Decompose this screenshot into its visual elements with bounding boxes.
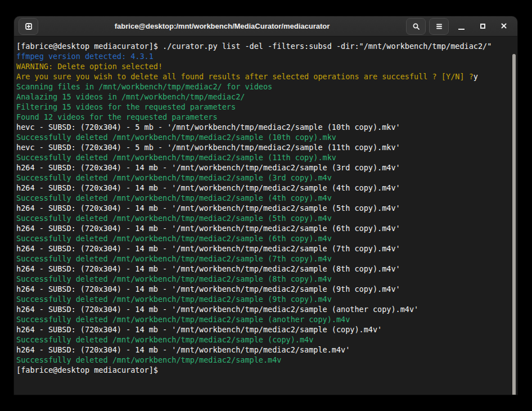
terminal-line: h264 - SUBSD: (720x304) - 14 mb - '/mnt/… — [16, 223, 507, 233]
terminal-line: Successfully deleted /mnt/workbench/tmp/… — [16, 335, 507, 345]
terminal-line: ffmpeg version detected: 4.3.1 — [16, 51, 507, 61]
terminal-text-segment: Filtering 15 videos for the requested pa… — [16, 102, 236, 111]
terminal-text-segment: Successfully deleted /mnt/workbench/tmp/… — [16, 193, 332, 202]
terminal-text-segment: h264 - SUBSD: (720x304) - 14 mb - '/mnt/… — [16, 264, 400, 273]
terminal-line: h264 - SUBSD: (720x304) - 14 mb - '/mnt/… — [16, 345, 507, 355]
hamburger-menu-icon — [435, 23, 443, 30]
terminal-text-segment: Scanning files in /mnt/workbench/tmp/med… — [16, 82, 272, 91]
terminal-line: Successfully deleted /mnt/workbench/tmp/… — [16, 355, 507, 365]
terminal-output[interactable]: [fabrice@desktop mediacurator]$ ./curato… — [14, 37, 517, 395]
terminal-line: Filtering 15 videos for the requested pa… — [16, 102, 507, 112]
search-button[interactable] — [406, 18, 426, 35]
maximize-button[interactable] — [474, 18, 492, 35]
terminal-line: Successfully deleted /mnt/workbench/tmp/… — [16, 233, 507, 243]
new-tab-button[interactable] — [19, 18, 38, 35]
search-icon — [412, 22, 421, 31]
terminal-line: h264 - SUBSD: (720x304) - 14 mb - '/mnt/… — [16, 243, 507, 254]
terminal-line: hevc - SUBSD: (720x304) - 5 mb - '/mnt/w… — [16, 122, 507, 132]
terminal-line: WARNING: Delete option selected! — [16, 61, 507, 71]
terminal-text-segment: Analazing 15 videos in /mnt/workbench/tm… — [16, 92, 245, 101]
terminal-line: Successfully deleted /mnt/workbench/tmp/… — [16, 314, 507, 324]
terminal-text-segment: Successfully deleted /mnt/workbench/tmp/… — [16, 274, 332, 283]
scrollbar-thumb[interactable] — [512, 54, 516, 395]
terminal-text-segment: Successfully deleted /mnt/workbench/tmp/… — [16, 295, 332, 304]
close-icon — [501, 21, 507, 31]
terminal-line: Successfully deleted /mnt/workbench/tmp/… — [16, 173, 507, 183]
terminal-text-segment: ffmpeg version detected: 4.3.1 — [16, 52, 154, 61]
terminal-text-segment: Successfully deleted /mnt/workbench/tmp/… — [16, 153, 336, 162]
terminal-text-segment: h264 - SUBSD: (720x304) - 14 mb - '/mnt/… — [16, 224, 400, 233]
terminal-text-segment: h264 - SUBSD: (720x304) - 14 mb - '/mnt/… — [16, 244, 400, 253]
terminal-text-segment: [fabrice@desktop mediacurator]$ ./curato… — [16, 42, 492, 51]
minimize-button[interactable] — [452, 18, 470, 35]
terminal-text-segment: h264 - SUBSD: (720x304) - 14 mb - '/mnt/… — [16, 163, 400, 172]
titlebar: fabrice@desktop:/mnt/workbench/MediaCura… — [14, 16, 517, 37]
terminal-text-segment: h264 - SUBSD: (720x304) - 14 mb - '/mnt/… — [16, 183, 400, 192]
terminal-line: Scanning files in /mnt/workbench/tmp/med… — [16, 82, 507, 92]
terminal-text-segment: Successfully deleted /mnt/workbench/tmp/… — [16, 173, 332, 182]
terminal-line: Found 12 videos for the requested parame… — [16, 112, 507, 122]
terminal-line: Successfully deleted /mnt/workbench/tmp/… — [16, 254, 507, 264]
terminal-text-segment: Successfully deleted /mnt/workbench/tmp/… — [16, 234, 332, 243]
terminal-line: h264 - SUBSD: (720x304) - 14 mb - '/mnt/… — [16, 284, 507, 294]
terminal-line: h264 - SUBSD: (720x304) - 14 mb - '/mnt/… — [16, 183, 507, 193]
terminal-text-segment: Successfully deleted /mnt/workbench/tmp/… — [16, 355, 281, 364]
terminal-text-segment: hevc - SUBSD: (720x304) - 5 mb - '/mnt/w… — [16, 123, 400, 132]
terminal-text-segment: Successfully deleted /mnt/workbench/tmp/… — [16, 335, 313, 344]
terminal-text-segment: h264 - SUBSD: (720x304) - 14 mb - '/mnt/… — [16, 305, 418, 314]
scrollbar-track — [511, 37, 517, 395]
maximize-icon — [480, 24, 485, 29]
terminal-text-segment: y — [474, 72, 478, 81]
minimize-icon — [458, 29, 465, 30]
terminal-line: Successfully deleted /mnt/workbench/tmp/… — [16, 132, 507, 142]
menu-button[interactable] — [429, 18, 449, 35]
terminal-line: Are you sure you wish to delete all foun… — [16, 71, 507, 82]
terminal-line: h264 - SUBSD: (720x304) - 14 mb - '/mnt/… — [16, 324, 507, 335]
terminal-line: h264 - SUBSD: (720x304) - 14 mb - '/mnt/… — [16, 304, 507, 314]
terminal-text-segment: h264 - SUBSD: (720x304) - 14 mb - '/mnt/… — [16, 284, 400, 293]
terminal-window: fabrice@desktop:/mnt/workbench/MediaCura… — [14, 16, 517, 395]
terminal-text-segment: h264 - SUBSD: (720x304) - 14 mb - '/mnt/… — [16, 204, 400, 213]
terminal-line: Successfully deleted /mnt/workbench/tmp/… — [16, 193, 507, 203]
terminal-line: Successfully deleted /mnt/workbench/tmp/… — [16, 294, 507, 304]
terminal-line: Analazing 15 videos in /mnt/workbench/tm… — [16, 92, 507, 102]
terminal-text-segment: Successfully deleted /mnt/workbench/tmp/… — [16, 254, 332, 263]
terminal-text-segment: Successfully deleted /mnt/workbench/tmp/… — [16, 133, 336, 142]
terminal-text-segment: Successfully deleted /mnt/workbench/tmp/… — [16, 214, 332, 223]
terminal-line: hevc - SUBSD: (720x304) - 5 mb - '/mnt/w… — [16, 142, 507, 152]
terminal-line: h264 - SUBSD: (720x304) - 14 mb - '/mnt/… — [16, 162, 507, 173]
terminal-line: h264 - SUBSD: (720x304) - 14 mb - '/mnt/… — [16, 264, 507, 274]
terminal-line: [fabrice@desktop mediacurator]$ ./curato… — [16, 41, 507, 51]
terminal-text-segment: hevc - SUBSD: (720x304) - 5 mb - '/mnt/w… — [16, 143, 400, 152]
terminal-text-segment: Found 12 videos for the requested parame… — [16, 112, 218, 121]
terminal-text-segment: h264 - SUBSD: (720x304) - 14 mb - '/mnt/… — [16, 345, 350, 354]
terminal-text-segment: h264 - SUBSD: (720x304) - 14 mb - '/mnt/… — [16, 325, 382, 334]
terminal-line: Successfully deleted /mnt/workbench/tmp/… — [16, 152, 507, 162]
terminal-line: h264 - SUBSD: (720x304) - 14 mb - '/mnt/… — [16, 203, 507, 213]
close-button[interactable] — [495, 18, 513, 35]
terminal-line: [fabrice@desktop mediacurator]$ — [16, 365, 507, 375]
new-tab-icon — [24, 22, 33, 31]
window-title: fabrice@desktop:/mnt/workbench/MediaCura… — [42, 22, 403, 30]
terminal-text-segment: [fabrice@desktop mediacurator]$ — [16, 365, 158, 374]
terminal-text-segment: Are you sure you wish to delete all foun… — [16, 72, 474, 81]
terminal-text-segment: Successfully deleted /mnt/workbench/tmp/… — [16, 315, 350, 324]
terminal-text-segment: WARNING: Delete option selected! — [16, 62, 163, 71]
terminal-line: Successfully deleted /mnt/workbench/tmp/… — [16, 274, 507, 284]
terminal-line: Successfully deleted /mnt/workbench/tmp/… — [16, 213, 507, 223]
